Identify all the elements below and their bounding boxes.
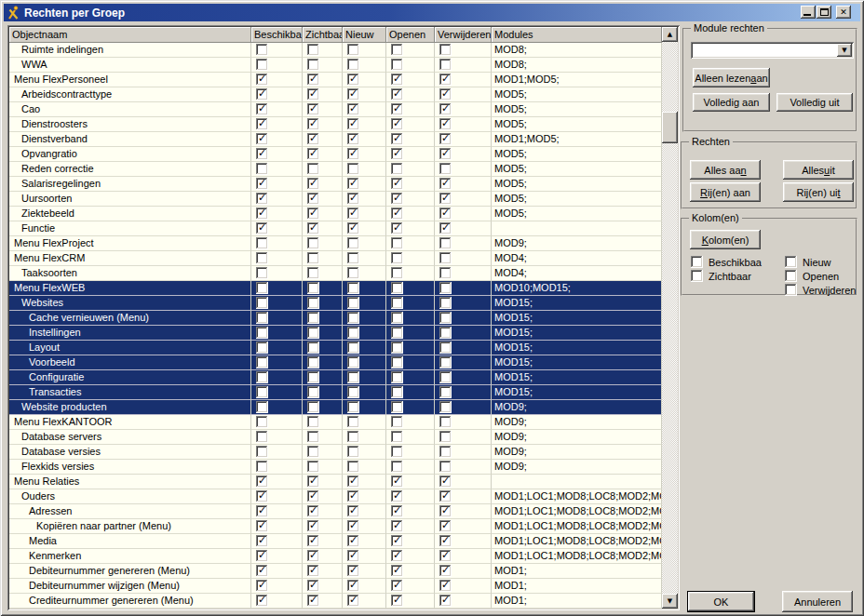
permission-checkbox[interactable]: ✓ xyxy=(307,118,319,130)
permission-checkbox[interactable] xyxy=(439,297,452,309)
permission-checkbox[interactable] xyxy=(439,371,452,383)
permission-checkbox[interactable]: ✓ xyxy=(347,193,359,205)
permission-checkbox[interactable]: ✓ xyxy=(347,520,359,532)
permission-checkbox[interactable] xyxy=(391,431,403,443)
permission-checkbox[interactable] xyxy=(256,163,268,175)
table-row[interactable]: Menu FlexCRMMOD4; xyxy=(9,251,662,266)
table-row[interactable]: Debiteurnummer genereren (Menu)✓✓✓✓✓MOD1… xyxy=(9,564,662,579)
permission-checkbox[interactable] xyxy=(391,252,403,264)
permission-checkbox[interactable]: ✓ xyxy=(391,208,403,220)
table-row[interactable]: Reden correctieMOD5; xyxy=(9,162,662,177)
permission-checkbox[interactable] xyxy=(391,59,403,71)
permission-checkbox[interactable]: ✓ xyxy=(256,520,268,532)
permission-checkbox[interactable] xyxy=(391,267,403,279)
permission-checkbox[interactable] xyxy=(347,401,359,413)
permission-checkbox[interactable] xyxy=(256,431,268,443)
permission-checkbox[interactable] xyxy=(439,312,452,324)
permission-checkbox[interactable] xyxy=(307,44,319,56)
permission-checkbox[interactable] xyxy=(256,252,268,264)
permission-checkbox[interactable] xyxy=(347,59,359,71)
permission-checkbox[interactable]: ✓ xyxy=(347,74,359,86)
permission-checkbox[interactable]: ✓ xyxy=(439,133,452,145)
permission-checkbox[interactable]: ✓ xyxy=(391,133,403,145)
checkbox-openen[interactable]: Openen xyxy=(785,270,839,282)
permission-checkbox[interactable] xyxy=(347,356,359,368)
table-row[interactable]: InstellingenMOD15; xyxy=(9,326,662,341)
permission-checkbox[interactable] xyxy=(439,446,452,458)
permission-checkbox[interactable]: ✓ xyxy=(439,74,452,86)
permission-checkbox[interactable] xyxy=(307,416,319,428)
table-row[interactable]: Database versiesMOD9; xyxy=(9,445,662,460)
permission-checkbox[interactable] xyxy=(256,297,268,309)
table-row[interactable]: LayoutMOD15; xyxy=(9,341,662,355)
permission-checkbox[interactable]: ✓ xyxy=(439,118,452,130)
permission-checkbox[interactable]: ✓ xyxy=(439,208,452,220)
table-row[interactable]: Menu Relaties✓✓✓✓✓ xyxy=(9,475,662,489)
permission-checkbox[interactable] xyxy=(307,297,319,309)
alles-aan-button[interactable]: Alles aan xyxy=(690,160,761,180)
permission-checkbox[interactable] xyxy=(347,327,359,339)
permission-checkbox[interactable] xyxy=(347,267,359,279)
scroll-down-button[interactable]: ▼ xyxy=(662,594,678,609)
table-row[interactable]: Website productenMOD9; xyxy=(9,400,662,415)
table-row[interactable]: Cache vernieuwen (Menu)MOD15; xyxy=(9,311,662,326)
permission-checkbox[interactable] xyxy=(256,461,268,473)
maximize-button[interactable] xyxy=(817,6,831,19)
table-row[interactable]: Flexkids versiesMOD9; xyxy=(9,460,662,475)
table-row[interactable]: WWAMOD8; xyxy=(9,58,662,73)
ok-button[interactable]: OK xyxy=(687,591,755,612)
permission-checkbox[interactable]: ✓ xyxy=(256,208,268,220)
permission-checkbox[interactable]: ✓ xyxy=(391,535,403,547)
permission-checkbox[interactable] xyxy=(307,356,319,368)
permission-checkbox[interactable] xyxy=(439,431,452,443)
permission-checkbox[interactable]: ✓ xyxy=(347,178,359,190)
table-row[interactable]: Opvangratio✓✓✓✓✓MOD5; xyxy=(9,147,662,162)
permission-checkbox[interactable]: ✓ xyxy=(439,505,452,517)
permission-checkbox[interactable]: ✓ xyxy=(307,535,319,547)
permission-checkbox[interactable] xyxy=(307,431,319,443)
permission-checkbox[interactable] xyxy=(256,386,268,398)
permission-checkbox[interactable] xyxy=(307,446,319,458)
table-row[interactable]: Kopiëren naar partner (Menu)✓✓✓✓✓MOD1;LO… xyxy=(9,519,662,534)
permission-checkbox[interactable] xyxy=(347,446,359,458)
permission-checkbox[interactable]: ✓ xyxy=(391,118,403,130)
permission-checkbox[interactable]: ✓ xyxy=(347,595,359,607)
permission-checkbox[interactable]: ✓ xyxy=(347,208,359,220)
permission-checkbox[interactable]: ✓ xyxy=(347,222,359,234)
rijen-uit-button[interactable]: Rij(en) uit xyxy=(783,182,854,202)
scroll-up-button[interactable]: ▲ xyxy=(662,27,678,42)
table-row[interactable]: Ouders✓✓✓✓✓MOD1;LOC1;MOD8;LOC8;MOD2;MO xyxy=(9,489,662,504)
table-row[interactable]: Salarisregelingen✓✓✓✓✓MOD5; xyxy=(9,177,662,192)
checkbox-verwijderen[interactable]: Verwijderen xyxy=(785,284,856,296)
permission-checkbox[interactable] xyxy=(307,252,319,264)
permission-checkbox[interactable] xyxy=(347,461,359,473)
permission-checkbox[interactable] xyxy=(256,237,268,249)
permission-checkbox[interactable] xyxy=(391,416,403,428)
permission-checkbox[interactable] xyxy=(391,461,403,473)
permission-checkbox[interactable]: ✓ xyxy=(439,535,452,547)
permission-checkbox[interactable] xyxy=(256,371,268,383)
permission-checkbox[interactable]: ✓ xyxy=(439,88,452,100)
permission-checkbox[interactable]: ✓ xyxy=(307,490,319,502)
permission-checkbox[interactable]: ✓ xyxy=(439,565,452,577)
permission-checkbox[interactable]: ✓ xyxy=(439,550,452,562)
permission-checkbox[interactable]: ✓ xyxy=(256,535,268,547)
permission-checkbox[interactable]: ✓ xyxy=(307,103,319,115)
table-row[interactable]: Dienstroosters✓✓✓✓✓MOD5; xyxy=(9,117,662,132)
permission-checkbox[interactable] xyxy=(307,59,319,71)
permission-checkbox[interactable] xyxy=(347,371,359,383)
cancel-button[interactable]: Annuleren xyxy=(782,591,853,612)
module-combobox[interactable]: ▼ xyxy=(691,42,854,59)
permission-checkbox[interactable] xyxy=(347,431,359,443)
permission-checkbox[interactable]: ✓ xyxy=(307,520,319,532)
permission-checkbox[interactable] xyxy=(391,327,403,339)
permission-checkbox[interactable] xyxy=(439,44,452,56)
permission-checkbox[interactable] xyxy=(256,416,268,428)
permission-checkbox[interactable] xyxy=(439,341,452,354)
permission-checkbox[interactable] xyxy=(347,341,359,354)
table-row[interactable]: Cao✓✓✓✓✓MOD5; xyxy=(9,102,662,117)
permission-checkbox[interactable]: ✓ xyxy=(439,520,452,532)
volledig-aan-button[interactable]: Volledig aan xyxy=(693,93,770,112)
alles-uit-button[interactable]: Alles uit xyxy=(783,160,854,180)
table-row[interactable]: TransactiesMOD15; xyxy=(9,385,662,400)
